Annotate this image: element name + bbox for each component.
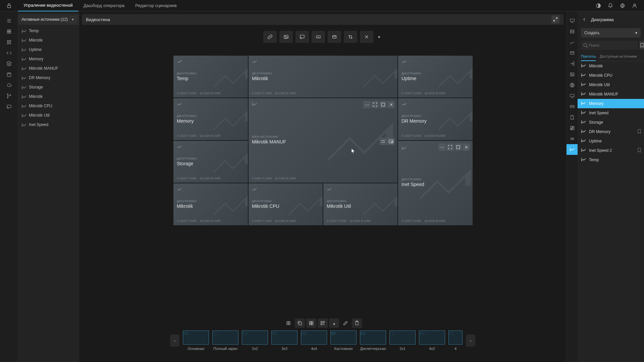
source-item[interactable]: Temp [18,26,79,36]
dashboard-icon[interactable] [567,123,578,133]
preset-item[interactable]: Inet Speed 2 [578,146,644,155]
layout-thumb[interactable]: 2x2 [242,330,268,351]
preset-item[interactable]: DR Memory [578,127,644,136]
source-item[interactable]: Memory [18,54,79,64]
grid4-icon[interactable] [306,318,316,328]
branch-icon[interactable] [0,90,18,101]
expand-tile-icon[interactable] [454,143,462,151]
copy-layout-icon[interactable] [295,318,305,328]
source-item[interactable]: Mikrotik [18,92,79,101]
preset-item[interactable]: Mikrotik CPU [578,71,644,80]
file-icon[interactable] [567,112,578,123]
tab-available-sources[interactable]: Доступные источники [600,52,637,61]
tab-scenario-editor[interactable]: Редактор сценариев [130,0,182,11]
pip-icon[interactable] [387,138,395,145]
source-item[interactable]: Mikrotik CPU [18,101,79,111]
keyboard-icon[interactable] [312,32,324,42]
layout-thumb[interactable]: 4 [448,330,463,351]
preset-item[interactable]: Mikrotik [578,61,644,71]
source-item[interactable]: Mikrotik MANUF [18,64,79,73]
source-item[interactable]: Mikrotik [18,36,79,45]
close-icon[interactable] [361,32,373,42]
dropdown-icon[interactable]: ▾ [376,32,382,42]
back-icon[interactable] [581,16,588,23]
tile-mikrotik-cpu[interactable]: ДИАГРАММА Mikrotik CPU X:1920 Y:1080Ш:19… [249,183,323,225]
tile-temp[interactable]: ДИАГРАММА Temp X:1920 Y:1080Ш:1920 В:108… [173,56,248,98]
layout-thumb[interactable]: Полный экран [212,330,238,351]
desktop-icon[interactable] [567,90,578,101]
chevron-up-icon[interactable]: ▴ [329,318,339,328]
picture-icon[interactable] [567,69,578,80]
more-icon[interactable]: ⋯ [363,101,371,108]
tile-uptime[interactable]: ДИАГРАММА Uptime X:1920 Y:1080Ш:1920 В:1… [398,56,473,98]
single-layout-icon[interactable] [283,318,293,328]
layout-thumb[interactable]: 3x3 [271,330,298,351]
preset-item[interactable]: Storage [578,118,644,127]
tile-inet-speed[interactable]: ⋯ ✕ Диаграмма Inet Speed X:1920 Y:1080Ш:… [398,141,473,225]
grid-plus-icon[interactable] [318,318,328,328]
preset-item[interactable]: Mikrotik MANUF [578,89,644,99]
tile-memory[interactable]: ДИАГРАММА Memory X:1920 Y:1080Ш:1920 В:1… [173,98,248,140]
create-button[interactable]: Создать ▾ [581,28,641,38]
fullscreen-icon[interactable] [446,143,454,151]
close-tile-icon[interactable]: ✕ [463,143,470,151]
window-icon[interactable] [328,32,340,42]
sources-header[interactable]: Активные источники (12) ▾ [18,14,79,25]
layout-thumb[interactable]: Кастомная [330,330,357,351]
layout-thumb[interactable]: Основная [183,330,209,351]
crop-icon[interactable] [344,32,357,42]
layers-icon[interactable] [0,58,18,69]
layout-thumb[interactable]: Диспетчерская [360,330,386,351]
tile-mikrotik-manuf[interactable]: ⋯ ✕ Web-источник Mikrotik MANUF X:1920 Y… [249,98,397,183]
menu-icon[interactable] [0,15,18,26]
list-icon[interactable] [567,26,578,37]
cloud-icon[interactable] [0,80,18,90]
lock-icon[interactable] [0,0,18,11]
chart-nav-icon[interactable] [567,144,578,155]
tile-mikrotik-util[interactable]: ДИАГРАММА Mikrotik Util X:1920 Y:1080Ш:1… [323,183,397,225]
source-item[interactable]: Uptime [18,45,79,54]
source-item[interactable]: DR Memory [18,73,79,82]
bookmark-filter-icon[interactable] [639,41,644,50]
tab-presets[interactable]: Пресеты [581,52,596,61]
preset-item[interactable]: Mikrotik Util [578,80,644,89]
edit-icon[interactable] [340,318,351,328]
preset-item[interactable]: Memory [578,99,644,108]
preset-item[interactable]: Temp [578,155,644,165]
layout-thumb[interactable]: 4x4 [301,330,327,351]
bell-icon[interactable] [605,0,616,11]
card-icon[interactable] [567,101,578,112]
tile-mikrotik2[interactable]: ДИАГРАММА Mikrotik X:1920 Y:1080Ш:1920 В… [173,183,248,225]
gear-icon[interactable] [617,0,628,11]
apps-icon[interactable] [0,37,18,48]
source-item[interactable]: Mikrotik Util [18,111,79,120]
link-icon[interactable] [264,32,276,42]
tile-dr-memory[interactable]: ДИАГРАММА DR Memory X:1920 Y:1080Ш:1920 … [398,98,473,140]
route-icon[interactable] [567,37,578,48]
cast-screen-icon[interactable] [296,32,308,42]
image-icon[interactable] [280,32,292,42]
calendar-icon[interactable] [0,69,18,80]
prev-layout-icon[interactable]: ‹ [170,335,179,347]
next-layout-icon[interactable]: › [466,335,475,347]
more-icon[interactable]: ⋯ [438,143,446,151]
grid-icon[interactable] [0,26,18,37]
tab-videowall[interactable]: Упраление видеостеной [18,0,78,11]
settings-tile-icon[interactable] [379,138,387,145]
search-input[interactable] [581,41,638,50]
preset-item[interactable]: Uptime [578,136,644,146]
window2-icon[interactable] [567,48,578,58]
layout-thumb[interactable]: 2x1 [389,330,416,351]
cast-icon[interactable] [0,101,18,112]
source-item[interactable]: Inet Speed [18,120,79,129]
contrast-icon[interactable] [593,0,604,11]
code-icon[interactable] [0,48,18,58]
close-tile-icon[interactable]: ✕ [387,101,395,108]
expand-tile-icon[interactable] [379,101,387,108]
fullscreen-icon[interactable] [371,101,379,108]
import-icon[interactable] [567,58,578,69]
globe-icon[interactable] [567,80,578,90]
source-item[interactable]: Storage [18,82,79,92]
tile-storage[interactable]: ДИАГРАММА Storage X:1920 Y:1080Ш:1920 В:… [173,141,248,183]
clipboard-icon[interactable] [352,318,362,328]
